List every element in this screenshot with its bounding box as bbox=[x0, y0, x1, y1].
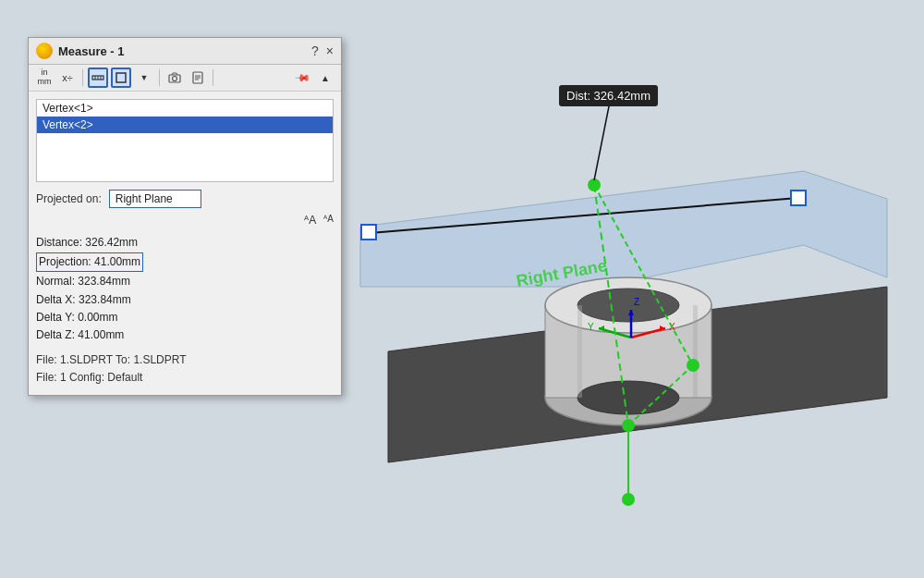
report-icon bbox=[191, 71, 204, 84]
projection-line-wrapper: Projection: 41.00mm bbox=[36, 252, 334, 273]
font-large-button[interactable]: ᴬA bbox=[304, 214, 316, 227]
svg-line-21 bbox=[599, 328, 631, 338]
distance-tooltip: Dist: 326.42mm bbox=[559, 85, 658, 106]
svg-text:Y: Y bbox=[588, 322, 594, 332]
svg-line-36 bbox=[628, 365, 693, 425]
svg-line-39 bbox=[594, 102, 610, 180]
camera-icon bbox=[168, 71, 181, 84]
svg-point-13 bbox=[545, 370, 711, 425]
svg-point-17 bbox=[578, 381, 679, 414]
svg-point-6 bbox=[173, 77, 177, 81]
toolbar-separator-2 bbox=[159, 69, 160, 86]
svg-point-15 bbox=[545, 277, 711, 333]
toolbar-report-button[interactable] bbox=[188, 68, 208, 88]
close-button[interactable]: × bbox=[326, 43, 334, 58]
svg-marker-12 bbox=[360, 171, 887, 287]
toolbar-dropdown-button[interactable]: ▼ bbox=[134, 68, 154, 88]
measurements-section: Distance: 326.42mm Projection: 41.00mm N… bbox=[29, 228, 341, 395]
distance-line: Distance: 326.42mm bbox=[36, 234, 334, 252]
list-item-vertex2[interactable]: Vertex<2> bbox=[37, 117, 333, 133]
svg-point-32 bbox=[622, 493, 635, 506]
vertex-listbox[interactable]: Vertex<1> Vertex<2> bbox=[36, 99, 334, 182]
svg-rect-19 bbox=[693, 305, 698, 398]
panel-icon bbox=[36, 43, 53, 59]
delta-z-line: Delta Z: 41.00mm bbox=[36, 326, 334, 344]
svg-text:Z: Z bbox=[634, 297, 639, 307]
normal-line: Normal: 323.84mm bbox=[36, 273, 334, 290]
svg-line-34 bbox=[594, 185, 628, 425]
toolbar-units-button[interactable]: inmm bbox=[34, 68, 55, 88]
svg-point-33 bbox=[687, 359, 699, 372]
svg-point-30 bbox=[588, 178, 601, 191]
svg-text:X: X bbox=[669, 322, 675, 332]
title-left: Measure - 1 bbox=[36, 43, 125, 59]
delta-x-line: Delta X: 323.84mm bbox=[36, 291, 334, 309]
panel-title: Measure - 1 bbox=[58, 44, 125, 58]
toolbar-frame-button[interactable] bbox=[111, 68, 131, 88]
toolbar-collapse-button[interactable]: ▲ bbox=[315, 68, 335, 88]
svg-marker-11 bbox=[388, 287, 887, 462]
toolbar-pin-button[interactable]: 📌 bbox=[292, 68, 312, 88]
frame-icon bbox=[115, 71, 128, 84]
svg-marker-23 bbox=[660, 326, 665, 331]
font-small-button[interactable]: ᴬA bbox=[323, 214, 334, 227]
svg-text:Right Plane: Right Plane bbox=[515, 256, 608, 290]
toolbar-calc-button[interactable]: x÷ bbox=[57, 68, 78, 88]
svg-marker-24 bbox=[599, 326, 604, 331]
toolbar-separator-1 bbox=[82, 69, 83, 86]
measure-panel: Measure - 1 ? × inmm x÷ bbox=[28, 37, 342, 396]
vertex-marker-right bbox=[790, 190, 807, 206]
dist-label-text: Dist: 326.42mm bbox=[566, 89, 650, 103]
svg-line-29 bbox=[370, 198, 798, 233]
file-line-1: File: 1.SLDPRT To: 1.SLDPRT bbox=[36, 351, 334, 369]
toolbar-separator-3 bbox=[213, 69, 213, 86]
panel-titlebar: Measure - 1 ? × bbox=[29, 38, 341, 65]
font-row: ᴬA ᴬA bbox=[29, 212, 341, 228]
toolbar-measure-button[interactable] bbox=[88, 68, 108, 88]
svg-marker-25 bbox=[628, 310, 634, 315]
delta-y-line: Delta Y: 0.00mm bbox=[36, 309, 334, 326]
svg-point-16 bbox=[578, 289, 679, 322]
projected-value: Right Plane bbox=[109, 190, 201, 208]
list-item-vertex1[interactable]: Vertex<1> bbox=[37, 100, 333, 117]
help-button[interactable]: ? bbox=[311, 43, 319, 58]
projected-label: Projected on: bbox=[36, 192, 102, 205]
toolbar-snapshot-button[interactable] bbox=[164, 68, 185, 88]
svg-line-37 bbox=[594, 185, 693, 365]
projection-line: Projection: 41.00mm bbox=[36, 252, 143, 272]
file-line-2: File: 1 Config: Default bbox=[36, 369, 334, 387]
svg-rect-14 bbox=[545, 305, 711, 398]
title-controls: ? × bbox=[311, 43, 334, 58]
svg-rect-18 bbox=[578, 305, 582, 398]
svg-point-31 bbox=[622, 419, 635, 432]
file-info: File: 1.SLDPRT To: 1.SLDPRT File: 1 Conf… bbox=[36, 351, 334, 387]
svg-line-20 bbox=[631, 328, 665, 338]
svg-rect-4 bbox=[116, 73, 126, 82]
panel-toolbar: inmm x÷ ▼ bbox=[29, 65, 341, 92]
vertex-marker-left bbox=[360, 224, 377, 240]
ruler-icon bbox=[91, 71, 104, 84]
projected-row: Projected on: Right Plane bbox=[29, 186, 341, 212]
